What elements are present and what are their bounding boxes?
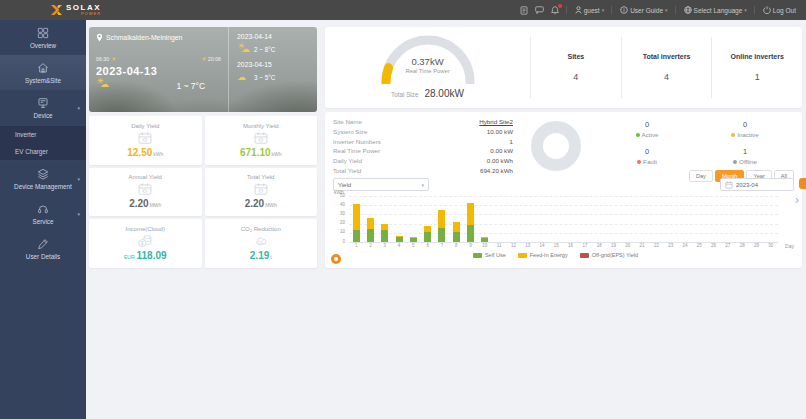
sidebar-item-label: System&Site [4,77,82,84]
main-content: Schmalkalden-Meiningen 06:30 ☀ ☀ 20:06 2… [86,20,806,419]
date-picker[interactable]: 2023-04 [720,178,794,191]
x-axis-tick: 10 [478,243,492,248]
period-button-day[interactable]: Day [689,170,713,182]
chart-bar-segment [410,238,417,242]
x-axis-tick: 26 [706,243,720,248]
gauge: 0.37kW Real Time Power [376,34,480,84]
site-detail-row: Inverter Numbers1 [333,138,513,145]
yield-card[interactable]: Total Yield2.20MWh [205,168,318,217]
x-axis-tick: 6 [420,243,434,248]
chart-bar[interactable] [453,222,460,242]
yield-card[interactable]: Monthly Yield671.10kWh [205,116,318,165]
income-coins-icon: $ [137,234,153,248]
yield-card-unit: kWh [272,151,282,157]
fleet-stat-label: Online inverters [731,53,784,60]
sidebar-subitem-ev-charger[interactable]: EV Charger [0,143,86,160]
status-grid: 0Active0Inactive0Fault1Offline [598,117,794,165]
message-icon[interactable] [535,6,544,14]
sunset: ☀ 20:06 [201,55,221,62]
chart-bar-segment [438,228,445,242]
chart-bar[interactable] [367,218,374,242]
site-donut-wrap [513,117,598,175]
service-icon [37,203,49,215]
real-time-power-label: Real Time Power [376,68,480,74]
site-detail-row: System Size10.00 kW [333,128,513,135]
yield-card[interactable]: Daily Yield12.50kWh [89,116,202,165]
chart-bar-segment [353,230,360,242]
site-name-link[interactable]: Hybrid Site2 [479,118,513,125]
site-detail-label: System Size [333,128,367,135]
sidebar-item-user-details[interactable]: User Details [0,231,86,266]
sidebar-item-system-site[interactable]: System&Site [0,55,86,90]
logout-button[interactable]: Log Out [754,6,796,14]
device-icon [37,97,49,109]
chart-bar-segment [453,232,460,242]
site-detail-label: Daily Yield [333,157,362,164]
status-label-row: Inactive [696,131,794,138]
status-dot [731,133,735,137]
language-menu[interactable]: Select Language ▾ [675,6,747,14]
chart-action-button[interactable] [331,254,341,264]
chart-bar-segment [467,203,474,225]
user-guide-label: User Guide [630,7,663,14]
chevron-down-icon: ▾ [77,211,80,217]
site-detail-row: Daily Yield0.00 kWh [333,157,513,164]
calendar-year-icon [137,182,153,196]
y-axis-tick: 40 [340,203,345,208]
y-axis-tick: 50 [340,194,345,199]
chart-bar-slot [349,196,363,242]
forecast-item: 2023-04-14☀☁2 ~ 8°C [237,33,309,54]
chart-bar[interactable] [353,204,360,242]
power-panel: 0.37kW Real Time Power Total Size 28.00k… [325,27,802,108]
chart-bar[interactable] [424,226,431,242]
notification-bell-icon[interactable] [551,6,559,15]
x-axis-tick: 17 [578,243,592,248]
yield-card[interactable]: CO₂ ReductionCO₂2.19t [205,219,318,268]
x-axis-tick: 30 [764,243,778,248]
x-axis-tick: 19 [606,243,620,248]
chart-bar[interactable] [410,237,417,242]
sidebar-item-service[interactable]: Service▾ [0,196,86,231]
sidebar-item-label: Device [4,112,82,119]
sunrise-sunset-row: 06:30 ☀ ☀ 20:06 [96,55,221,62]
chart-bar[interactable] [381,224,388,242]
yield-card-number: 671.10 [240,147,271,158]
yield-card[interactable]: Annual Yield2.20MWh [89,168,202,217]
weather-location: Schmalkalden-Meiningen [96,33,221,42]
fleet-stat-label: Total inverters [643,53,691,60]
site-details: Site NameHybrid Site2System Size10.00 kW… [333,117,513,175]
x-axis-tick: 20 [621,243,635,248]
next-site-arrow[interactable]: › [795,194,799,206]
notification-badge [558,4,562,8]
site-detail-row: Total Yield694.20 kWh [333,167,513,174]
x-axis-tick: 12 [506,243,520,248]
fleet-stat-value: 4 [664,72,669,82]
x-axis-tick: 18 [592,243,606,248]
system-site-icon [37,62,49,74]
chevron-down-icon: ▾ [744,7,747,13]
site-detail-label: Site Name [333,118,362,125]
calendar-month-icon [253,131,269,145]
sidebar-item-device-management[interactable]: Device Management▾ [0,161,86,196]
x-axis-tick: 14 [535,243,549,248]
sidebar-subitem-inverter[interactable]: Inverter [0,126,86,143]
chart-bar[interactable] [481,237,488,242]
chart-bar[interactable] [396,236,403,242]
chart-bar[interactable] [467,203,474,242]
user-menu[interactable]: guest ▾ [566,6,604,14]
legend-swatch [580,253,589,258]
document-icon[interactable] [520,6,528,15]
user-guide-menu[interactable]: User Guide ▾ [611,6,667,14]
legend-swatch [518,253,527,258]
sidebar-item-device[interactable]: Device▾ [0,90,86,125]
total-size-value: 28.00kW [424,88,463,99]
yield-card[interactable]: Income(Cloud)$EUR118.09 [89,219,202,268]
sidebar-item-overview[interactable]: Overview [0,20,86,55]
site-detail-value: 10.00 kW [487,128,513,135]
floating-edge-tab[interactable] [799,178,806,189]
metric-select[interactable]: Yield ▾ [333,178,429,191]
site-summary-row: Site NameHybrid Site2System Size10.00 kW… [333,117,794,175]
status-label: Fault [643,158,657,165]
chart-bar-segment [424,232,431,242]
chart-bar[interactable] [438,210,445,242]
